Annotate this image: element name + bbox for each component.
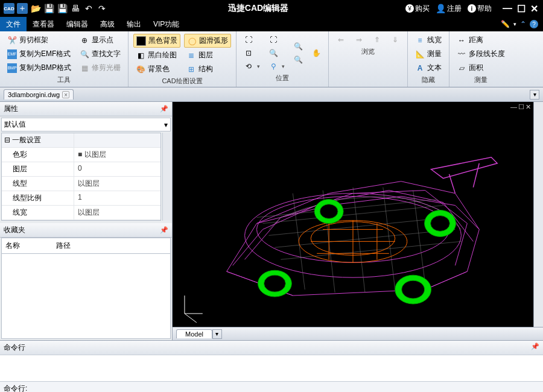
close-tab-icon[interactable]: × xyxy=(62,91,69,98)
menu-file[interactable]: 文件 xyxy=(0,17,27,31)
text-icon: A xyxy=(415,63,425,73)
nav-right-button[interactable]: ⇒ xyxy=(352,34,366,46)
menu-minimize-icon[interactable]: ⌃ xyxy=(520,20,526,28)
bw-draw-button[interactable]: ◧黑白绘图 xyxy=(133,49,180,62)
copy-bmp-button[interactable]: BMP复制为BMP格式 xyxy=(5,62,74,74)
menu-editor[interactable]: 编辑器 xyxy=(60,17,94,31)
arrow-down-icon: ⇓ xyxy=(390,35,400,45)
save-icon[interactable]: 💾 xyxy=(43,3,54,14)
saveas-icon[interactable]: 💾 xyxy=(57,3,68,14)
zoom-out-button[interactable]: 🔍 xyxy=(266,47,287,59)
zoom-in-button[interactable]: 🔍 xyxy=(291,40,305,52)
lineweight-button[interactable]: ≡线宽 xyxy=(413,34,444,46)
properties-title: 属性 xyxy=(4,104,18,114)
print-icon[interactable]: 🖶 xyxy=(70,3,81,14)
zoom-in-icon: 🔍 xyxy=(293,42,303,51)
show-points-button[interactable]: ⊕显示点 xyxy=(77,34,123,46)
nav-up-button[interactable]: ⇑ xyxy=(370,34,384,46)
properties-scrollbar[interactable] xyxy=(162,133,172,221)
prop-row-color[interactable]: 色彩■ 以图层 xyxy=(2,148,160,162)
zoom-extent-button[interactable]: ⊡ xyxy=(241,47,262,59)
zoom-fit-button[interactable]: ⛶ xyxy=(266,34,287,46)
trim-icon: ▦ xyxy=(80,63,89,73)
menu-viewer[interactable]: 查看器 xyxy=(27,17,60,31)
menu-output[interactable]: 输出 xyxy=(121,17,147,31)
redo-icon[interactable]: ↷ xyxy=(97,3,107,14)
copy-emf-button[interactable]: EMF复制为EMF格式 xyxy=(5,48,74,60)
zoom-window-icon: ⛶ xyxy=(244,35,253,45)
layers-button[interactable]: ≣图层 xyxy=(184,49,231,62)
document-tab-label: 3dlamborgini.dwg xyxy=(8,91,60,98)
command-input[interactable]: 命令行: xyxy=(0,382,543,392)
prop-row-layer[interactable]: 图层0 xyxy=(2,162,160,177)
viewport-max-icon[interactable]: ☐ xyxy=(518,103,524,111)
help-link[interactable]: i帮助 xyxy=(468,4,492,14)
area-icon: ▱ xyxy=(457,63,466,73)
arrow-left-icon: ⇐ xyxy=(336,35,346,45)
viewport-min-icon[interactable]: — xyxy=(510,103,517,111)
zoom-out2-button[interactable]: 🔍 xyxy=(291,54,305,66)
black-bg-button[interactable]: 黑色背景 xyxy=(133,34,180,48)
maximize-button[interactable]: ☐ xyxy=(517,3,526,14)
model-tab[interactable]: Model xyxy=(176,329,212,338)
prop-row-linetype[interactable]: 线型以图层 xyxy=(2,177,160,191)
distance-icon: ↔ xyxy=(457,36,466,45)
pin-icon[interactable]: 📌 xyxy=(160,105,168,113)
ribbon-group-cad: CAD绘图设置 xyxy=(133,77,231,86)
cad-wireframe xyxy=(173,102,533,327)
nav-down-button[interactable]: ⇓ xyxy=(388,34,402,46)
find-icon: 🔍 xyxy=(80,49,89,59)
palette-icon: 🎨 xyxy=(136,65,145,74)
measure-button[interactable]: 📐测量 xyxy=(413,48,444,60)
drawing-viewport[interactable]: — ☐ ✕ xyxy=(173,102,533,327)
smooth-arc-button[interactable]: ◯圆滑弧形 xyxy=(184,34,231,48)
svg-point-12 xyxy=(431,215,450,231)
structure-button[interactable]: ⊞结构 xyxy=(184,63,231,75)
viewport-scrollbar[interactable] xyxy=(533,102,543,327)
rotate-button[interactable]: ⚲▾ xyxy=(266,60,287,72)
polyline-length-button[interactable]: 〰多段线长度 xyxy=(454,48,507,60)
menu-vip[interactable]: VIP功能 xyxy=(147,17,185,31)
clip-frame-button[interactable]: ✂️剪切框架 xyxy=(5,34,74,46)
svg-point-8 xyxy=(402,280,425,299)
collapse-icon[interactable]: ⊟ xyxy=(4,136,10,144)
hand-icon: ✋ xyxy=(311,48,321,58)
area-button[interactable]: ▱面积 xyxy=(454,62,507,74)
minimize-button[interactable]: — xyxy=(503,3,512,14)
find-text-button[interactable]: 🔍查找文字 xyxy=(77,48,123,60)
buy-link[interactable]: ¥购买 xyxy=(405,4,430,14)
zoom-reset-button[interactable]: ⟲▾ xyxy=(241,60,262,72)
app-icon: CAD xyxy=(4,3,14,14)
default-dropdown[interactable]: 默认值 ▾ xyxy=(1,118,171,131)
pan-button[interactable]: ✋ xyxy=(309,47,323,59)
document-tab[interactable]: 3dlamborgini.dwg × xyxy=(4,89,74,100)
svg-point-6 xyxy=(264,275,285,292)
register-link[interactable]: 👤注册 xyxy=(436,4,462,14)
zoom-window-button[interactable]: ⛶ xyxy=(241,34,262,46)
viewport-close-icon[interactable]: ✕ xyxy=(526,103,531,111)
new-icon[interactable]: ＋ xyxy=(17,3,28,14)
nav-left-button[interactable]: ⇐ xyxy=(334,34,348,46)
menu-advanced[interactable]: 高级 xyxy=(94,17,121,31)
menu-help-icon[interactable]: ? xyxy=(530,20,538,28)
zoom-extent-icon: ⊡ xyxy=(244,48,253,58)
arrow-up-icon: ⇑ xyxy=(372,35,382,45)
undo-icon[interactable]: ↶ xyxy=(83,3,94,14)
model-tab-dropdown[interactable]: ▾ xyxy=(212,329,222,339)
menu-dropdown-icon[interactable]: ▾ xyxy=(513,21,516,27)
bg-color-button[interactable]: 🎨背景色 xyxy=(133,63,180,75)
text-button[interactable]: A文本 xyxy=(413,62,444,74)
prop-row-ltscale[interactable]: 线型比例1 xyxy=(2,191,160,206)
open-icon[interactable]: 📂 xyxy=(30,3,41,14)
tab-dropdown-button[interactable]: ▾ xyxy=(530,90,539,100)
fav-col-path: 路径 xyxy=(56,241,71,251)
prop-row-lineweight[interactable]: 线宽以图层 xyxy=(2,206,160,220)
pin-icon[interactable]: 📌 xyxy=(531,343,539,353)
bw-icon: ◧ xyxy=(136,51,145,60)
distance-button[interactable]: ↔距离 xyxy=(454,34,507,46)
edit-mode-icon[interactable]: ✏️ xyxy=(501,20,510,28)
pin-icon[interactable]: 📌 xyxy=(160,226,168,234)
close-button[interactable]: ✕ xyxy=(530,3,538,14)
favorites-title: 收藏夹 xyxy=(4,225,25,235)
trim-raster-button[interactable]: ▦修剪光栅 xyxy=(77,62,123,74)
